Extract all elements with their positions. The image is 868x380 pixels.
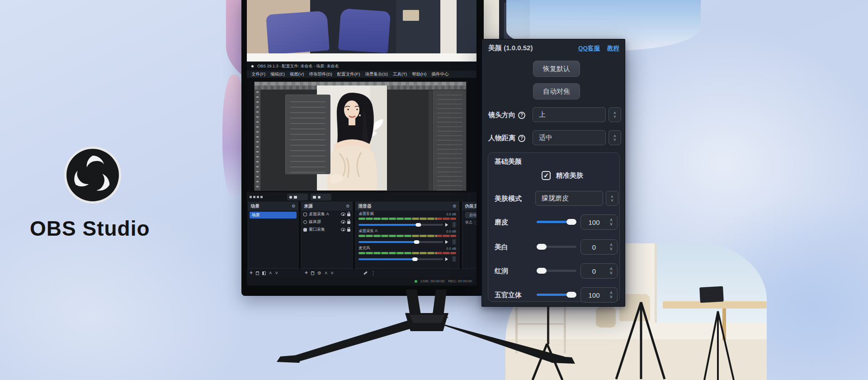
menu-view[interactable]: 视图(V) bbox=[290, 71, 304, 77]
menu-tools[interactable]: 工具(T) bbox=[393, 71, 407, 77]
lock-icon[interactable] bbox=[347, 221, 350, 224]
channel-options-icon[interactable]: ⋮ bbox=[452, 222, 456, 228]
face3d-spinbox[interactable]: 100 ˄˅ bbox=[580, 287, 618, 303]
gear-icon[interactable]: ⚙ bbox=[292, 204, 296, 209]
menu-file[interactable]: 文件(F) bbox=[251, 71, 265, 77]
menu-edit[interactable]: 编辑(E) bbox=[270, 71, 285, 77]
ps-floating-panel bbox=[285, 95, 330, 174]
person-distance-select[interactable]: 适中 bbox=[533, 130, 606, 145]
preview-tab-2[interactable] bbox=[311, 194, 331, 200]
menu-help[interactable]: 帮助(H) bbox=[412, 71, 426, 77]
smooth-spinbox[interactable]: 100 ˄˅ bbox=[580, 214, 618, 230]
move-up-icon[interactable]: ˄ bbox=[269, 271, 272, 276]
obs-menu-bar: 文件(F) 编辑(E) 视图(V) 停靠部件(D) 配置文件(P) 场景集合(S… bbox=[247, 71, 476, 78]
eye-icon[interactable] bbox=[341, 220, 345, 223]
eye-icon[interactable] bbox=[341, 228, 345, 231]
source-item[interactable]: 桌面采集 A bbox=[302, 210, 352, 218]
gear-icon[interactable]: ⚙ bbox=[346, 204, 350, 209]
scene-item-selected[interactable]: 场景 bbox=[250, 212, 297, 218]
remove-scene-icon[interactable] bbox=[256, 271, 259, 275]
live-dot-icon bbox=[415, 280, 417, 283]
lock-icon[interactable] bbox=[347, 214, 350, 216]
photo-box bbox=[403, 10, 419, 21]
obs-studio-wordmark: OBS Studio bbox=[30, 216, 184, 241]
menu-scene-collection[interactable]: 场景集合(S) bbox=[365, 71, 388, 77]
audio-meter bbox=[359, 252, 456, 254]
restore-defaults-button[interactable]: 恢复默认 bbox=[533, 61, 580, 77]
qq-support-link[interactable]: QQ客服 bbox=[578, 44, 600, 52]
volume-handle[interactable] bbox=[412, 257, 418, 261]
obs-window-title: OBS 29.1.3 - 配置文件: 未命名 - 场景: 未命名 bbox=[257, 63, 339, 69]
volume-slider[interactable] bbox=[359, 224, 443, 226]
source-item[interactable]: 窗口采集 bbox=[302, 226, 352, 233]
volume-handle[interactable] bbox=[414, 240, 419, 244]
face3d-slider-handle[interactable] bbox=[566, 292, 576, 298]
scene-filters-icon[interactable] bbox=[262, 271, 266, 275]
eye-icon[interactable] bbox=[341, 213, 345, 216]
tutorial-link[interactable]: 教程 bbox=[607, 44, 619, 52]
whiten-spinbox[interactable]: 0 ˄˅ bbox=[580, 239, 618, 255]
obs-window: OBS 29.1.3 - 配置文件: 未命名 - 场景: 未命名 文件(F) 编… bbox=[247, 62, 476, 285]
menu-plugin-center[interactable]: 插件中心 bbox=[431, 71, 448, 77]
monitor: OBS 29.1.3 - 配置文件: 未命名 - 场景: 未命名 文件(F) 编… bbox=[241, 0, 484, 296]
whiten-slider-handle[interactable] bbox=[537, 244, 547, 250]
mixer-options-icon[interactable]: ⋮ bbox=[371, 271, 376, 276]
ps-title-bar bbox=[255, 82, 467, 86]
rosy-spinbox[interactable]: 0 ˄˅ bbox=[580, 263, 618, 279]
remove-source-icon[interactable] bbox=[311, 271, 314, 275]
ps-canvas bbox=[260, 90, 467, 191]
autofocus-button[interactable]: 自动对焦 bbox=[533, 83, 580, 100]
preview-tab-1[interactable] bbox=[287, 194, 308, 200]
person-distance-spinner[interactable]: ˄˅ bbox=[609, 130, 621, 145]
side-dock-field[interactable] bbox=[474, 220, 476, 225]
display-capture-icon bbox=[303, 213, 307, 216]
beauty-panel-title: 美颜 (1.0.0.52) bbox=[488, 44, 533, 52]
gear-icon[interactable]: ⚙ bbox=[453, 204, 457, 209]
move-up-icon[interactable]: ˄ bbox=[325, 271, 327, 276]
face3d-slider[interactable] bbox=[537, 294, 576, 296]
volume-slider[interactable] bbox=[359, 258, 443, 260]
help-icon[interactable]: ? bbox=[518, 135, 525, 142]
wallpaper-room-photo bbox=[247, 0, 476, 53]
smooth-slider-handle[interactable] bbox=[566, 219, 576, 225]
camera-direction-spinner[interactable]: ˄˅ bbox=[609, 107, 621, 122]
scenes-dock: 场景⚙ 场景 bbox=[248, 202, 298, 269]
skin-mode-select[interactable]: 朦胧磨皮 bbox=[535, 191, 603, 206]
menu-profile[interactable]: 配置文件(P) bbox=[337, 71, 360, 77]
menu-docks[interactable]: 停靠部件(D) bbox=[309, 71, 332, 77]
mixer-edit-icon[interactable] bbox=[363, 271, 368, 275]
skin-mode-label: 美肤模式 bbox=[495, 195, 522, 203]
speaker-icon[interactable] bbox=[445, 240, 450, 244]
tab-rect-icon bbox=[294, 196, 297, 199]
source-properties-icon[interactable]: ⚙ bbox=[317, 271, 321, 276]
preview-mini-icons bbox=[250, 196, 263, 198]
help-icon[interactable]: ? bbox=[518, 112, 525, 119]
obs-logo-icon bbox=[250, 64, 255, 68]
source-item[interactable]: 媒体源 bbox=[302, 218, 352, 226]
side-dock-button[interactable]: 启动 bbox=[465, 212, 476, 218]
beauty-panel: 美颜 (1.0.0.52) QQ客服 教程 恢复默认 自动对焦 镜头方向 ? 上… bbox=[481, 39, 625, 307]
monitor-screen: OBS 29.1.3 - 配置文件: 未命名 - 场景: 未命名 文件(F) 编… bbox=[247, 0, 476, 286]
move-down-icon[interactable]: ˅ bbox=[275, 271, 278, 276]
smooth-slider[interactable] bbox=[537, 221, 576, 223]
channel-options-icon[interactable]: ⋮ bbox=[452, 239, 456, 245]
scenes-dock-title: 场景 bbox=[250, 203, 259, 209]
audio-meter bbox=[359, 235, 456, 237]
volume-handle[interactable] bbox=[415, 223, 421, 227]
tab-circle-icon bbox=[289, 196, 292, 199]
precise-skin-checkbox[interactable]: ✓ bbox=[542, 171, 551, 180]
volume-slider[interactable] bbox=[359, 241, 443, 243]
rosy-slider[interactable] bbox=[537, 270, 576, 272]
channel-options-icon[interactable]: ⋮ bbox=[452, 256, 456, 262]
camera-direction-label: 镜头方向 ? bbox=[488, 111, 525, 119]
camera-direction-select[interactable]: 上 bbox=[533, 107, 606, 122]
add-scene-icon[interactable]: + bbox=[250, 271, 253, 276]
add-source-icon[interactable]: + bbox=[305, 271, 308, 276]
whiten-slider[interactable] bbox=[537, 246, 576, 248]
lock-icon[interactable] bbox=[347, 229, 350, 232]
skin-mode-spinner[interactable]: ˄˅ bbox=[606, 191, 618, 206]
speaker-icon[interactable] bbox=[445, 223, 450, 227]
move-down-icon[interactable]: ˅ bbox=[330, 271, 333, 276]
rosy-slider-handle[interactable] bbox=[537, 268, 547, 274]
speaker-icon[interactable] bbox=[445, 257, 450, 261]
